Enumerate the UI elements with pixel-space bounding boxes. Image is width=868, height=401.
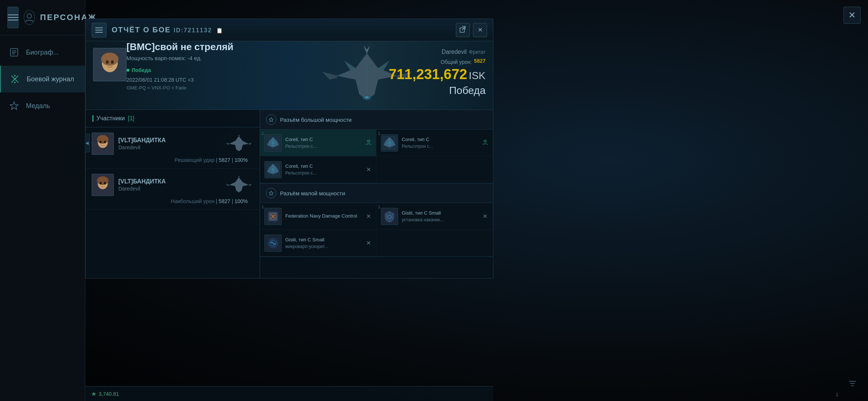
window-title: ОТЧЁТ О БОЕ ID:7211132 📋 [112, 26, 451, 34]
close-icon[interactable]: ✕ [365, 165, 372, 174]
slots-panel: Разъём большой мощности 1 [260, 110, 493, 279]
svg-point-38 [484, 140, 486, 142]
sidebar-header: ПЕРСОНАЖ [0, 0, 85, 35]
slot-number: 1 [262, 131, 264, 136]
person-icon [482, 139, 488, 147]
svg-marker-9 [10, 102, 18, 110]
export-button[interactable] [456, 23, 470, 37]
participant-ship: Daredevil [118, 144, 220, 150]
slot-item[interactable]: Coreli, тип C Рельсотрон с... ✕ [260, 156, 377, 183]
battle-location: GME-PQ < VNX-PO < Fade [126, 85, 233, 91]
main-window: ОТЧЁТ О БОЕ ID:7211132 📋 ✕ [85, 19, 493, 278]
slot-item-sub: установка накачки... [402, 217, 478, 222]
slot-item-info: Coreli, тип C Рельсотрон с... [285, 163, 362, 176]
collapse-tab[interactable]: ◀ [85, 134, 90, 152]
damage-value: 5827 [474, 58, 486, 64]
slot-item-icon [381, 208, 398, 225]
slot-item[interactable]: 1 Coreli, тип C Рельсотрон с... [377, 130, 493, 156]
damage-label: Общий урон: [441, 59, 472, 65]
slot-item[interactable]: 1 Gistii, тип C Small [377, 203, 493, 230]
low-slot-title: Разъём малой мощности [280, 190, 345, 196]
svg-point-14 [101, 53, 119, 66]
svg-point-23 [97, 135, 109, 144]
participant-stats-row: Решающий удар | 5827 | 100% [92, 157, 254, 163]
slot-number: 1 [378, 205, 380, 209]
medals-icon [7, 99, 21, 113]
slot-item-info: Gistii, тип C Small установка накачки... [402, 210, 478, 222]
participant-top: [VLT]БАНДИТКА Daredevil [92, 174, 254, 196]
sidebar-item-biography[interactable]: Биограф... [0, 39, 85, 66]
participant-ship-img [224, 176, 254, 194]
svg-point-28 [97, 176, 109, 185]
svg-point-7 [14, 75, 16, 76]
badge-dot [126, 69, 129, 72]
participants-title: Участники [96, 115, 125, 122]
player-avatar [93, 48, 126, 81]
badge-text: Победа [132, 67, 151, 73]
sidebar: ПЕРСОНАЖ Биограф... [0, 0, 85, 401]
sidebar-item-medals[interactable]: Медаль [0, 92, 85, 119]
participant-ship-img [224, 134, 254, 153]
high-slot-section: Разъём большой мощности 1 [260, 110, 493, 183]
high-slot-title: Разъём большой мощности [280, 117, 352, 123]
export-icon [460, 26, 466, 34]
hero-info: [BMC]свой не стреляй Мощность варп-помех… [126, 41, 233, 110]
sidebar-nav: Биограф... Боевой журнал Медаль [0, 35, 85, 123]
avatar-face [93, 48, 126, 81]
close-icon[interactable]: ✕ [482, 212, 488, 221]
svg-point-24 [99, 141, 102, 143]
high-slot-icon [266, 114, 276, 125]
ship-type: Фрегат [469, 49, 486, 55]
svg-point-25 [104, 141, 106, 143]
slot-item[interactable]: Gistii, тип C Small микроварп-ускорит...… [260, 230, 377, 257]
character-icon [24, 10, 35, 25]
slot-item-sub: Рельсотрон с... [285, 144, 362, 149]
battle-result: Победа [389, 85, 486, 97]
bottom-bar: 3,740.81 [85, 386, 493, 401]
biography-label: Биограф... [26, 49, 59, 56]
player-name: [BMC]свой не стреляй [126, 41, 233, 53]
slot-number: 1 [378, 131, 380, 136]
sidebar-item-battle-log[interactable]: Боевой журнал [0, 66, 85, 92]
window-menu-button[interactable] [92, 23, 106, 38]
slot-item-info: Coreli, тип C Рельсотрон с... [285, 137, 362, 149]
participant-info: [VLT]БАНДИТКА Daredevil [118, 178, 220, 192]
slot-item-name: Gistii, тип C Small [285, 237, 362, 243]
filter-button[interactable] [848, 379, 857, 390]
slot-item-name: Coreli, тип C [402, 137, 479, 143]
slot-item-icon [264, 235, 282, 252]
app-close-button[interactable]: ✕ [844, 7, 861, 24]
participant-info: [VLT]БАНДИТКА Daredevil [118, 137, 220, 150]
close-icon[interactable]: ✕ [365, 212, 372, 221]
participant-stats-row: Наибольший урон | 5827 | 100% [92, 198, 254, 204]
ship-name: Daredevil [442, 49, 467, 55]
window-close-button[interactable]: ✕ [473, 23, 487, 37]
slot-item-name: Coreli, тип C [285, 163, 362, 170]
svg-point-34 [368, 140, 370, 142]
high-slot-header: Разъём большой мощности [260, 110, 493, 130]
participant-item[interactable]: [VLT]БАНДИТКА Daredevil Наиб [86, 169, 260, 210]
slot-item-sub: Рельсотрон с... [285, 170, 362, 176]
participant-item[interactable]: [VLT]БАНДИТКА Daredevil Реша [86, 127, 260, 169]
low-slot-section: Разъём малой мощности 1 [260, 183, 493, 257]
svg-line-11 [462, 26, 465, 30]
low-slot-icon [266, 188, 276, 198]
svg-point-18 [365, 96, 369, 98]
hero-section: [BMC]свой не стреляй Мощность варп-помех… [86, 41, 493, 110]
slot-item[interactable]: 1 Coreli, тип C Рельсотрон с... [260, 130, 377, 156]
slot-item-sub: Рельсотрон с... [402, 144, 479, 149]
participant-stats: Наибольший урон | 5827 | 100% [171, 198, 251, 204]
svg-point-16 [111, 60, 114, 64]
battle-log-icon [8, 72, 22, 86]
close-icon[interactable]: ✕ [365, 239, 372, 247]
hamburger-button[interactable] [7, 7, 19, 28]
low-slot-grid: 1 Federation Navy Damage Control [260, 203, 493, 257]
header-accent-bar [92, 115, 93, 122]
bottom-value: 3,740.81 [99, 391, 119, 397]
svg-point-33 [272, 141, 274, 144]
warp-disruption: Мощность варп-помех: -4 ед. [126, 55, 233, 61]
slot-item-icon [264, 134, 282, 151]
slot-item[interactable]: 1 Federation Navy Damage Control [260, 203, 377, 230]
isk-unit: ISK [469, 70, 486, 81]
content-area: Участники [1] [86, 110, 493, 279]
